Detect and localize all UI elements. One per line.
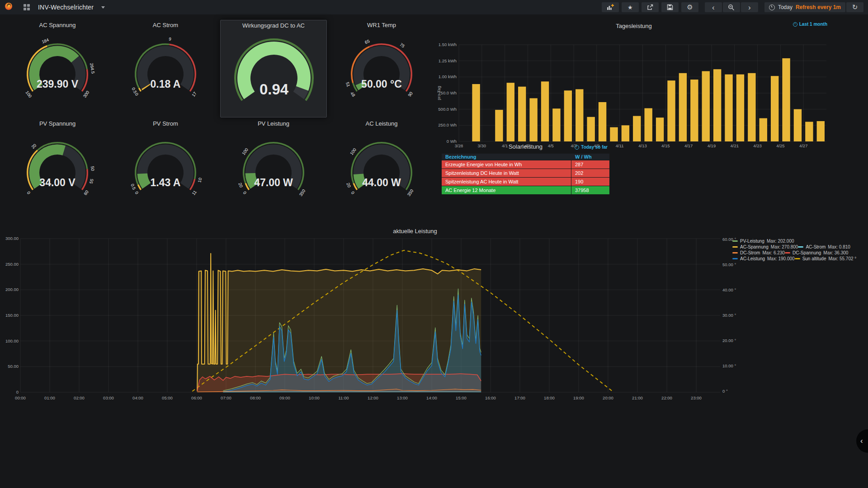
bar-4/21[interactable] <box>736 75 744 141</box>
navbar: INV-Wechselrichter ★ <box>0 0 868 14</box>
settings-button[interactable]: ⚙ <box>681 2 698 12</box>
panel-title[interactable]: PV Strom <box>112 118 219 129</box>
bar-4/6[interactable] <box>564 90 572 141</box>
panel-title[interactable]: AC Spannung <box>4 20 111 31</box>
x-tick-label: 18:00 <box>544 395 555 400</box>
x-tick-label: 16:00 <box>485 395 496 400</box>
tagesleistung-bar-chart[interactable]: 0 Wh250.0 Wh500.0 Wh750.0 Wh1.00 kWh1.25… <box>435 32 833 152</box>
legend-item-sun-altitude[interactable]: Sun altitudeMax: 55.702 ° <box>795 256 857 261</box>
panel-title-tagesleistung[interactable]: Tagesleistung <box>435 21 833 32</box>
x-tick-label: 08:00 <box>250 395 261 400</box>
panel-title[interactable]: AC Leistung <box>328 118 435 129</box>
panel-title[interactable]: PV Spannung <box>4 118 111 129</box>
panel-title[interactable]: PV Leistung <box>220 118 327 129</box>
x-tick-label: 14:00 <box>426 395 437 400</box>
x-tick-label: 4/17 <box>684 143 693 148</box>
chevron-down-icon[interactable] <box>101 6 105 9</box>
bar-4/8[interactable] <box>587 117 594 141</box>
gauge-threshold-label: 65 <box>364 38 370 45</box>
time-forward-button[interactable]: › <box>741 2 758 12</box>
bar-4/24[interactable] <box>771 76 778 141</box>
gauge-threshold-label: 10 <box>197 177 203 183</box>
gauge-threshold-label: 11 <box>191 189 198 196</box>
dashboard-grid-icon[interactable] <box>24 4 30 10</box>
legend-item-ac-strom[interactable]: AC-StromMax: 0.810 <box>798 244 850 249</box>
bar-4/2[interactable] <box>518 87 526 141</box>
bar-4/25[interactable] <box>782 58 790 141</box>
bar-4/10[interactable] <box>610 127 618 141</box>
gauge-threshold-label: 9 <box>169 36 172 42</box>
bar-4/20[interactable] <box>725 75 732 141</box>
bar-4/1[interactable] <box>507 83 514 141</box>
refresh-icon: ↻ <box>852 3 858 11</box>
panel-title[interactable]: WR1 Temp <box>328 20 435 31</box>
gauge[interactable]: 02050556034.00 V <box>4 129 111 215</box>
bar-4/4[interactable] <box>541 81 549 141</box>
bar-4/28[interactable] <box>817 121 825 141</box>
zoom-out-button[interactable] <box>723 2 740 12</box>
x-tick-label: 4/27 <box>799 143 808 148</box>
gauge-threshold-label: 350 <box>406 188 414 197</box>
bar-4/5[interactable] <box>552 108 560 141</box>
bar-4/14[interactable] <box>656 117 664 141</box>
collapse-button[interactable]: ‹ <box>856 429 868 453</box>
bar-4/7[interactable] <box>576 89 583 141</box>
gauge-threshold-label: 51 <box>345 81 351 87</box>
gauge-threshold-label: 90 <box>407 91 414 98</box>
legend-item-pv-leistung[interactable]: PV-LeistungMax: 202.000 <box>732 239 794 244</box>
panel-title[interactable]: Wirkungsgrad DC to AC <box>221 20 326 31</box>
bar-4/18[interactable] <box>702 71 710 141</box>
add-panel-button[interactable] <box>602 2 619 12</box>
bar-4/12[interactable] <box>633 116 641 141</box>
bar-4/16[interactable] <box>679 73 687 141</box>
refresh-interval-label[interactable]: Refresh every 1m <box>796 4 841 10</box>
legend-item-dc-strom[interactable]: DC-StromMax: 6.230 <box>732 250 785 255</box>
legend-item-ac-leistung[interactable]: AC-LeistungMax: 190.000 <box>732 256 795 261</box>
bar-4/17[interactable] <box>690 80 698 141</box>
panel-title[interactable]: AC Strom <box>112 20 219 31</box>
dashboard-title[interactable]: INV-Wechselrichter <box>38 4 94 11</box>
legend-series-max: Max: 190.000 <box>767 256 795 261</box>
x-tick-label: 15:00 <box>456 395 467 400</box>
bar-4/15[interactable] <box>667 80 675 141</box>
time-back-button[interactable]: ‹ <box>705 2 722 12</box>
gauge[interactable]: 02010035047.00 W <box>220 129 327 215</box>
bar-4/26[interactable] <box>794 109 802 141</box>
bar-3/29[interactable] <box>472 84 480 141</box>
legend-swatch <box>732 240 738 242</box>
x-tick-label: 4/19 <box>708 143 716 148</box>
column-header[interactable]: W / Wh <box>571 154 592 160</box>
grafana-logo-icon[interactable] <box>5 2 13 12</box>
bar-4/11[interactable] <box>622 125 629 141</box>
share-button[interactable] <box>642 2 659 12</box>
gauge[interactable]: 0.94 <box>221 31 327 117</box>
zoom-out-icon <box>728 4 735 11</box>
gauge-value: 0.18 A <box>151 78 181 90</box>
gauge-threshold-label: 17 <box>191 91 198 98</box>
save-button[interactable] <box>661 2 679 12</box>
bar-4/22[interactable] <box>748 73 755 141</box>
bar-4/27[interactable] <box>805 122 813 141</box>
bar-4/23[interactable] <box>760 118 767 141</box>
gauge[interactable]: 00.510111.43 A <box>112 129 219 215</box>
time-range-button[interactable]: Today Refresh every 1m <box>764 2 845 12</box>
gauge[interactable]: 100184264.5300239.90 V <box>4 31 111 117</box>
bar-4/13[interactable] <box>645 108 652 141</box>
x-tick-label: 11:00 <box>338 395 349 400</box>
legend-series-max: Max: 6.230 <box>762 250 784 255</box>
star-button[interactable]: ★ <box>622 2 639 12</box>
x-tick-label: 06:00 <box>191 395 202 400</box>
legend-series-name: PV-Leistung <box>740 239 764 244</box>
bar-4/3[interactable] <box>529 98 537 141</box>
bar-3/31[interactable] <box>495 110 503 141</box>
gauge[interactable]: 485165759050.00 °C <box>328 31 435 117</box>
bar-4/19[interactable] <box>713 69 721 141</box>
bar-4/9[interactable] <box>599 102 606 141</box>
refresh-button[interactable]: ↻ <box>846 2 863 12</box>
gauge-threshold-label: 100 <box>24 90 33 99</box>
gauge[interactable]: 00.59170.18 A <box>112 31 219 117</box>
legend-item-dc-spannung[interactable]: DC-SpannungMax: 36.300 <box>785 250 848 255</box>
legend-item-ac-spannung[interactable]: AC-SpannungMax: 270.800 <box>732 244 798 249</box>
column-header[interactable]: Bezeichnung <box>442 154 571 160</box>
gauge[interactable]: 02010035044.00 W <box>328 129 435 215</box>
